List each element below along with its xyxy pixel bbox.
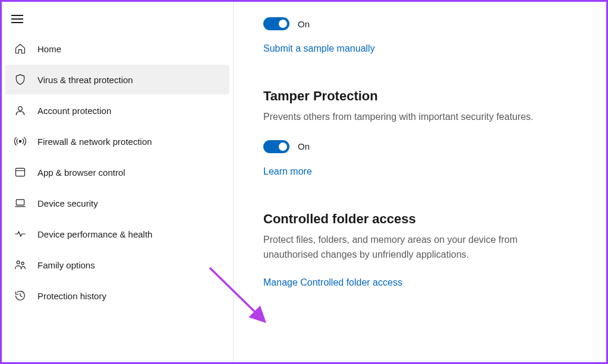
sidebar-item-label: Account protection bbox=[37, 106, 111, 116]
svg-rect-4 bbox=[16, 200, 24, 205]
home-icon bbox=[14, 42, 27, 55]
cloud-protection-toggle[interactable] bbox=[263, 17, 289, 30]
sidebar-item-family-options[interactable]: Family options bbox=[5, 250, 229, 280]
sidebar-item-protection-history[interactable]: Protection history bbox=[5, 281, 229, 311]
sidebar-item-label: App & browser control bbox=[37, 167, 125, 178]
laptop-icon bbox=[14, 197, 27, 210]
section-description: Protect files, folders, and memory areas… bbox=[263, 233, 572, 262]
toggle-state-label: On bbox=[298, 19, 310, 29]
svg-point-1 bbox=[19, 140, 21, 142]
section-title: Controlled folder access bbox=[263, 211, 588, 227]
manage-controlled-folder-access-link[interactable]: Manage Controlled folder access bbox=[263, 277, 402, 288]
sidebar-item-device-security[interactable]: Device security bbox=[5, 188, 229, 218]
person-icon bbox=[14, 104, 27, 117]
section-title: Tamper Protection bbox=[263, 88, 588, 104]
sidebar-item-label: Firewall & network protection bbox=[37, 137, 152, 147]
sidebar-item-device-performance[interactable]: Device performance & health bbox=[5, 219, 229, 249]
svg-rect-2 bbox=[16, 168, 25, 176]
shield-icon bbox=[14, 73, 27, 86]
tamper-protection-toggle[interactable] bbox=[263, 140, 289, 153]
sidebar-item-home[interactable]: Home bbox=[5, 34, 229, 64]
sidebar-item-firewall[interactable]: Firewall & network protection bbox=[5, 126, 229, 156]
sidebar-item-label: Home bbox=[37, 44, 61, 54]
window-icon bbox=[14, 166, 27, 179]
family-icon bbox=[14, 258, 27, 271]
sidebar-item-label: Device security bbox=[37, 198, 98, 208]
svg-point-6 bbox=[17, 261, 20, 264]
toggle-state-label: On bbox=[298, 141, 310, 151]
heartbeat-icon bbox=[14, 227, 27, 240]
sidebar-item-label: Virus & threat protection bbox=[37, 75, 133, 85]
sidebar-item-label: Family options bbox=[37, 260, 95, 270]
learn-more-link[interactable]: Learn more bbox=[263, 166, 312, 177]
sidebar-item-label: Device performance & health bbox=[37, 229, 152, 239]
sidebar-item-label: Protection history bbox=[37, 291, 106, 301]
svg-point-7 bbox=[21, 262, 24, 264]
main-content: On Submit a sample manually Tamper Prote… bbox=[234, 2, 606, 362]
submit-sample-link[interactable]: Submit a sample manually bbox=[263, 43, 375, 54]
svg-point-0 bbox=[18, 106, 23, 110]
section-description: Prevents others from tampering with impo… bbox=[263, 110, 572, 125]
sidebar-item-virus-threat[interactable]: Virus & threat protection bbox=[5, 65, 229, 94]
tamper-protection-section: Tamper Protection Prevents others from t… bbox=[263, 88, 588, 183]
hamburger-menu[interactable] bbox=[2, 10, 33, 33]
antenna-icon bbox=[14, 135, 27, 148]
history-icon bbox=[14, 289, 27, 302]
sidebar-item-app-browser[interactable]: App & browser control bbox=[5, 157, 229, 187]
controlled-folder-access-section: Controlled folder access Protect files, … bbox=[263, 211, 588, 295]
sidebar-item-account-protection[interactable]: Account protection bbox=[5, 96, 229, 125]
sidebar: Home Virus & threat protection Account p… bbox=[2, 2, 234, 362]
